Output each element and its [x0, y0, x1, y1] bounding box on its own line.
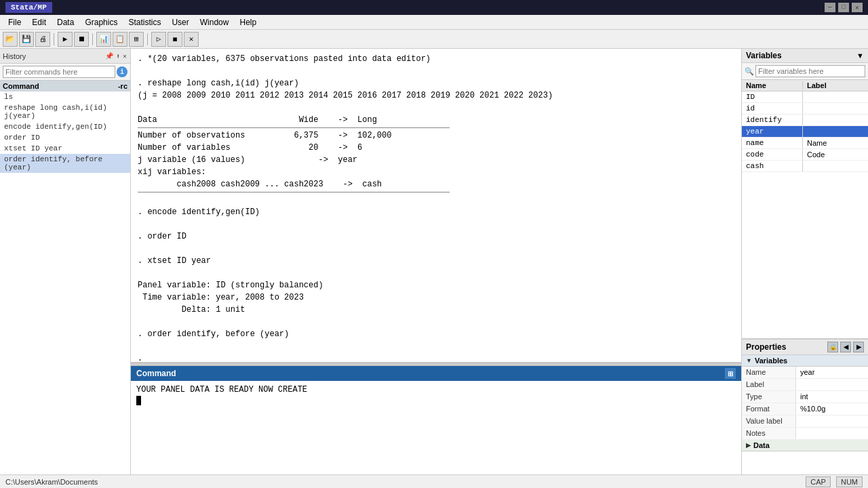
title-bar-controls[interactable]: ─ □ ✕	[825, 3, 863, 12]
menu-help[interactable]: Help	[234, 16, 262, 28]
maximize-button[interactable]: □	[838, 3, 849, 12]
toolbar-btn-2[interactable]: ▶	[58, 32, 73, 47]
menu-bar: File Edit Data Graphics Statistics User …	[0, 15, 868, 30]
sidebar-item-xtset[interactable]: xtset ID year	[0, 143, 130, 154]
var-row-year[interactable]: year	[742, 126, 868, 138]
sidebar-command-list: ls reshape long cash,i(id) j(year) encod…	[0, 92, 130, 474]
app-title: Stata/MP	[5, 2, 52, 13]
var-row-ID[interactable]: ID	[742, 92, 868, 103]
toolbar-open-btn[interactable]: 📂	[3, 32, 18, 47]
menu-graphics[interactable]: Graphics	[79, 16, 123, 28]
toolbar-close-btn[interactable]: ✕	[184, 32, 199, 47]
output-encode: . encode identify,gen(ID)	[138, 206, 734, 218]
output-cash: cash2008 cash2009 ... cash2023 -> cash	[138, 178, 734, 190]
prop-val-name: year	[796, 367, 868, 378]
toolbar-do-btn[interactable]: ▷	[151, 32, 166, 47]
output-divider-1	[138, 127, 450, 128]
prop-lock-btn[interactable]: 🔒	[827, 342, 838, 352]
sidebar-item-orderbefore[interactable]: order identify, before (year)	[0, 154, 130, 173]
output-blank-7	[138, 316, 734, 328]
sidebar-item-ls[interactable]: ls	[0, 92, 130, 102]
prop-triangle-icon: ▼	[746, 357, 752, 364]
toolbar-table-btn[interactable]: 📋	[113, 32, 127, 47]
text-cursor	[136, 396, 141, 405]
main-layout: History 📌 ⬆ ✕ i Command -rc ls reshape l…	[0, 49, 868, 474]
sidebar-item-reshape[interactable]: reshape long cash,i(id) j(year)	[0, 102, 130, 121]
command-expand-icon[interactable]: ⊞	[725, 368, 736, 379]
variables-panel-header: Variables ▼	[742, 49, 868, 63]
right-panel: Variables ▼ 🔍 Name Label ID id identify	[741, 49, 868, 474]
output-vars: Number of variables 20 -> 6	[138, 142, 734, 154]
sidebar-section-label: Command	[3, 82, 39, 90]
menu-file[interactable]: File	[3, 16, 26, 28]
output-blank-2	[138, 102, 734, 114]
menu-user[interactable]: User	[166, 16, 194, 28]
prop-key-name: Name	[742, 367, 796, 378]
menu-statistics[interactable]: Statistics	[123, 16, 166, 28]
var-label-name: Name	[803, 138, 868, 148]
status-path: C:\Users\Akram\Documents	[5, 478, 800, 486]
var-name-id: id	[742, 103, 803, 114]
var-name-name: name	[742, 138, 803, 148]
variables-filter-input[interactable]	[755, 65, 865, 77]
menu-window[interactable]: Window	[195, 16, 235, 28]
prop-val-label	[796, 379, 868, 390]
properties-section: Properties 🔒 ◀ ▶ ▼ Variables Name year L…	[742, 339, 868, 474]
var-label-ID	[803, 92, 868, 102]
search-info-button[interactable]: i	[117, 66, 127, 77]
var-row-cash[interactable]: cash	[742, 161, 868, 172]
var-col-name-header: Name	[742, 81, 803, 89]
sidebar-item-orderid[interactable]: order ID	[0, 132, 130, 143]
output-delta: Delta: 1 unit	[138, 304, 734, 316]
command-input-area[interactable]: YOUR PANEL DATA IS READY NOW CREATE	[131, 381, 741, 474]
var-row-id[interactable]: id	[742, 103, 868, 115]
toolbar-matrix-btn[interactable]: ⊞	[129, 32, 144, 47]
output-time: Time variable: year, 2008 to 2023	[138, 291, 734, 304]
center-area: . *(20 variables, 6375 observations past…	[131, 49, 741, 474]
sidebar-item-encode[interactable]: encode identify,gen(ID)	[0, 121, 130, 132]
command-header-label: Command	[136, 369, 176, 378]
var-label-year	[803, 126, 868, 137]
command-header: Command ⊞	[131, 366, 741, 381]
toolbar-stop-btn[interactable]: ◼	[167, 32, 182, 47]
close-button[interactable]: ✕	[852, 3, 863, 12]
output-jvar: j variable (16 values) -> year	[138, 154, 734, 166]
output-order: . order ID	[138, 230, 734, 243]
var-name-cash: cash	[742, 161, 803, 171]
prop-data-label: Data	[753, 441, 770, 449]
toolbar-save-btn[interactable]: 💾	[19, 32, 34, 47]
sidebar-pin-icon[interactable]: 📌	[104, 52, 114, 61]
sidebar-close-icon[interactable]: ✕	[122, 52, 127, 61]
output-panel: Panel variable: ID (strongly balanced)	[138, 279, 734, 291]
var-row-code[interactable]: code Code	[742, 149, 868, 161]
variables-filter-icon[interactable]: ▼	[856, 52, 864, 60]
var-label-id	[803, 103, 868, 114]
output-blank-6	[138, 267, 734, 279]
minimize-button[interactable]: ─	[825, 3, 835, 12]
prop-prev-btn[interactable]: ◀	[840, 342, 851, 352]
var-row-name[interactable]: name Name	[742, 138, 868, 149]
toolbar-print-btn[interactable]: 🖨	[35, 32, 50, 47]
prop-header-icons: 🔒 ◀ ▶	[827, 342, 864, 352]
prop-val-valuelabel	[796, 415, 868, 427]
var-row-identify[interactable]: identify	[742, 115, 868, 126]
prop-next-btn[interactable]: ▶	[853, 342, 864, 352]
prop-data-sub: ▶ Data	[742, 440, 868, 451]
var-name-code: code	[742, 149, 803, 160]
sidebar-collapse-icon[interactable]: ⬆	[115, 52, 121, 61]
toolbar-separator-1	[54, 33, 54, 45]
menu-edit[interactable]: Edit	[26, 16, 52, 28]
results-window[interactable]: . *(20 variables, 6375 observations past…	[131, 49, 741, 363]
search-input[interactable]	[3, 66, 115, 78]
toolbar-btn-3[interactable]: ⏹	[74, 32, 89, 47]
prop-data-triangle: ▶	[746, 442, 751, 449]
sidebar-title: History	[3, 52, 26, 60]
output-line-1: . *(20 variables, 6375 observations past…	[138, 53, 734, 65]
toolbar-graph-btn[interactable]: 📊	[96, 32, 111, 47]
title-bar-left: Stata/MP	[5, 2, 52, 13]
prop-variables-sub: ▼ Variables	[742, 355, 868, 367]
prop-val-type: int	[796, 391, 868, 403]
toolbar-separator-2	[92, 33, 93, 45]
menu-data[interactable]: Data	[52, 16, 79, 28]
output-line-2: . reshape long cash,i(id) j(year)	[138, 77, 734, 89]
